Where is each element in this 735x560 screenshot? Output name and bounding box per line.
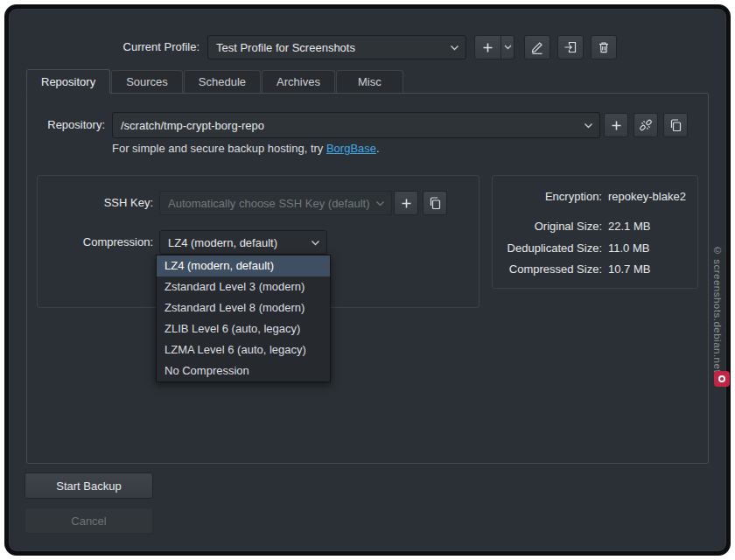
import-icon [564,40,578,54]
tab-repository[interactable]: Repository [26,69,110,94]
add-profile-button[interactable] [474,35,514,60]
borgbase-hint: For simple and secure backup hosting, tr… [112,142,380,155]
current-profile-value: Test Profile for Screenshots [216,41,444,54]
compression-select[interactable]: LZ4 (modern, default) [159,230,327,255]
chevron-down-icon [375,200,385,206]
copy-ssh-key-button[interactable] [423,191,447,215]
add-profile-menu-button[interactable] [500,36,514,59]
hint-text: For simple and secure backup hosting, tr… [112,142,326,155]
camera-lens-icon [718,375,725,382]
plus-icon [475,36,500,59]
current-profile-select[interactable]: Test Profile for Screenshots [207,35,466,60]
hint-suffix: . [376,142,380,155]
encryption-value: repokey-blake2 [608,190,686,203]
add-repo-button[interactable] [604,113,628,137]
trash-icon [597,40,611,54]
encryption-label: Encryption: [500,190,602,203]
compression-option[interactable]: Zstandard Level 8 (modern) [157,298,330,318]
rename-profile-button[interactable] [524,35,550,60]
tab-archives[interactable]: Archives [262,70,335,94]
compressed-size-value: 10.7 MB [608,262,650,276]
tab-schedule[interactable]: Schedule [184,70,261,94]
copy-icon [428,196,442,210]
compression-option[interactable]: LZ4 (modern, default) [157,256,330,276]
edit-icon [530,40,544,54]
copy-icon [668,118,682,132]
compressed-size-label: Compressed Size: [500,262,602,276]
original-size-value: 22.1 MB [608,220,650,233]
plus-icon [401,198,412,209]
unlink-repo-button[interactable] [634,113,658,137]
plus-icon [611,120,622,131]
repository-value: /scratch/tmp-crypt-borg-repo [121,119,578,132]
copy-repo-button[interactable] [663,113,688,137]
compression-label: Compression: [52,230,153,255]
delete-profile-button[interactable] [591,35,617,60]
compression-option[interactable]: Zstandard Level 3 (modern) [157,276,330,298]
ssh-key-value: Automatically choose SSH Key (default) [168,197,370,210]
tab-misc[interactable]: Misc [336,70,403,94]
original-size-label: Original Size: [500,220,602,233]
chevron-down-icon [450,45,459,51]
chevron-down-icon [311,240,320,246]
compression-option[interactable]: ZLIB Level 6 (auto, legacy) [157,318,330,340]
compression-dropdown: LZ4 (modern, default) Zstandard Level 3 … [156,255,331,382]
borgbase-link[interactable]: BorgBase [326,142,376,155]
watermark: © screenshots.debian.net [712,245,723,373]
watermark-logo-icon [714,371,730,387]
start-backup-button[interactable]: Start Backup [24,472,153,499]
repository-label: Repository: [35,112,105,138]
cancel-button[interactable]: Cancel [24,508,153,534]
deduplicated-size-value: 11.0 MB [608,242,649,255]
ssh-key-label: SSH Key: [52,191,153,215]
compression-option[interactable]: LZMA Level 6 (auto, legacy) [157,340,330,360]
tab-sources[interactable]: Sources [111,70,183,94]
compression-option[interactable]: No Compression [157,360,330,382]
unlink-icon [639,118,653,132]
current-profile-label: Current Profile: [35,35,200,60]
repository-select[interactable]: /scratch/tmp-crypt-borg-repo [112,112,600,138]
import-profile-button[interactable] [557,35,584,60]
tab-bar: Repository Sources Schedule Archives Mis… [26,69,404,94]
compression-value: LZ4 (modern, default) [168,236,305,249]
chevron-down-icon [584,122,593,129]
add-ssh-key-button[interactable] [394,191,418,215]
deduplicated-size-label: Deduplicated Size: [500,242,602,255]
ssh-key-select[interactable]: Automatically choose SSH Key (default) [159,191,392,215]
